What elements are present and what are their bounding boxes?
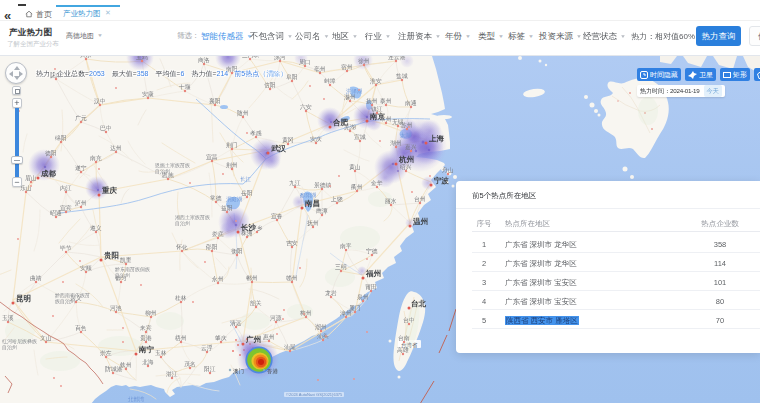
svg-text:巴中: 巴中 [100,125,112,131]
svg-text:宝鸡: 宝鸡 [136,56,148,60]
svg-text:崇左: 崇左 [100,350,112,356]
svg-text:惠州: 惠州 [262,334,275,340]
svg-text:上海: 上海 [428,134,445,143]
svg-text:常州: 常州 [380,116,392,122]
svg-text:莆田: 莆田 [365,284,377,290]
svg-text:昆明: 昆明 [16,294,31,303]
svg-text:黄冈: 黄冈 [282,137,294,143]
svg-text:株洲: 株洲 [240,230,253,237]
svg-text:三明: 三明 [335,263,347,270]
svg-text:台中: 台中 [403,317,415,324]
svg-text:北海: 北海 [142,359,154,366]
svg-text:广州: 广州 [245,335,261,344]
svg-text:鹰潭: 鹰潭 [316,207,328,215]
svg-text:南通: 南通 [405,99,417,106]
svg-text:南宁: 南宁 [138,345,155,354]
svg-text:文山: 文山 [40,335,52,341]
svg-text:遵义: 遵义 [90,225,102,231]
svg-text:曲靖: 曲靖 [30,275,42,282]
svg-text:毕节: 毕节 [59,245,72,251]
svg-text:绍兴: 绍兴 [399,164,412,171]
svg-text:自治州: 自治州 [155,168,170,175]
svg-text:湖州: 湖州 [390,140,402,146]
svg-text:来宾: 来宾 [139,325,152,331]
svg-text:扬州: 扬州 [366,98,378,105]
svg-text:遂宁: 遂宁 [75,165,87,171]
svg-text:肇庆: 肇庆 [215,335,227,341]
svg-text:福州: 福州 [365,269,381,278]
svg-text:潮州: 潮州 [315,323,327,331]
svg-text:梅州: 梅州 [299,310,312,317]
svg-text:宁德: 宁德 [366,248,378,255]
svg-text:赣州: 赣州 [286,275,298,281]
svg-text:泉州: 泉州 [357,294,369,300]
svg-text:洪泽湖: 洪泽湖 [346,88,363,95]
svg-text:邵阳: 邵阳 [205,243,218,251]
svg-text:安康: 安康 [142,91,154,98]
svg-text:台北: 台北 [411,299,427,308]
svg-text:丽水: 丽水 [385,197,397,205]
svg-text:萍乡: 萍乡 [251,225,263,231]
svg-text:周口: 周口 [299,59,311,65]
svg-text:河池: 河池 [110,305,122,312]
svg-text:徐州: 徐州 [358,58,370,65]
svg-text:河源: 河源 [270,314,282,322]
svg-text:云浮: 云浮 [201,344,213,352]
svg-text:蚌埠: 蚌埠 [324,78,336,84]
svg-text:香港: 香港 [267,368,279,375]
svg-text:三门峡: 三门峡 [242,56,260,58]
svg-text:玉溪: 玉溪 [2,314,14,322]
svg-text:自治州: 自治州 [115,272,130,279]
svg-text:宣城: 宣城 [354,134,366,140]
svg-text:宁波: 宁波 [434,176,450,185]
svg-text:宜宾: 宜宾 [60,204,72,211]
svg-text:芜湖: 芜湖 [344,124,356,131]
svg-text:嘉兴: 嘉兴 [405,144,417,151]
svg-text:信阳: 信阳 [264,82,276,89]
svg-text:贵港: 贵港 [140,335,152,342]
svg-text:常德: 常德 [210,195,222,202]
svg-text:湛江: 湛江 [166,371,178,378]
svg-text:金华: 金华 [371,180,383,186]
svg-text:汕尾: 汕尾 [284,344,296,350]
svg-text:娄底: 娄底 [212,231,224,237]
svg-text:九江: 九江 [289,180,301,187]
svg-text:景德镇: 景德镇 [314,182,332,189]
svg-text:舟山: 舟山 [442,167,454,173]
svg-text:安顺: 安顺 [80,265,92,271]
svg-text:百色: 百色 [75,325,87,332]
svg-text:阳江: 阳江 [204,366,216,373]
svg-text:永州: 永州 [211,276,224,282]
svg-text:广元: 广元 [75,114,87,121]
svg-text:自治州: 自治州 [2,344,17,351]
svg-text:德阳: 德阳 [45,150,57,157]
svg-text:抚州: 抚州 [306,220,319,226]
svg-text:泰州: 泰州 [380,98,392,105]
svg-text:衢州: 衢州 [350,183,363,191]
svg-text:汉中: 汉中 [94,98,106,105]
svg-text:北部湾: 北部湾 [127,396,145,403]
svg-text:贵阳: 贵阳 [103,251,119,260]
svg-text:荆门: 荆门 [226,141,238,148]
svg-text:安庆: 安庆 [310,136,322,142]
svg-text:防城港: 防城港 [105,365,123,373]
svg-text:汕头: 汕头 [317,333,329,339]
svg-text:内江: 内江 [60,185,72,192]
svg-text:成都: 成都 [40,169,57,178]
svg-text:无锡: 无锡 [392,118,404,126]
svg-text:荆州: 荆州 [226,162,238,168]
svg-text:衡阳: 衡阳 [231,248,243,255]
svg-text:岳阳: 岳阳 [241,190,253,197]
svg-text:龙岩: 龙岩 [325,290,337,297]
svg-text:阜阳: 阜阳 [286,74,298,81]
svg-text:梧州: 梧州 [174,334,187,342]
svg-text:郴州: 郴州 [246,275,258,281]
svg-text:台州: 台州 [414,196,426,203]
svg-text:澳门: 澳门 [233,368,244,375]
svg-text:洞庭湖: 洞庭湖 [226,196,243,203]
svg-text:益阳: 益阳 [221,205,233,212]
svg-text:商洛: 商洛 [198,57,210,64]
svg-text:南平: 南平 [340,242,352,249]
svg-text:滁州: 滁州 [344,94,356,101]
svg-text:天水: 天水 [80,56,92,58]
